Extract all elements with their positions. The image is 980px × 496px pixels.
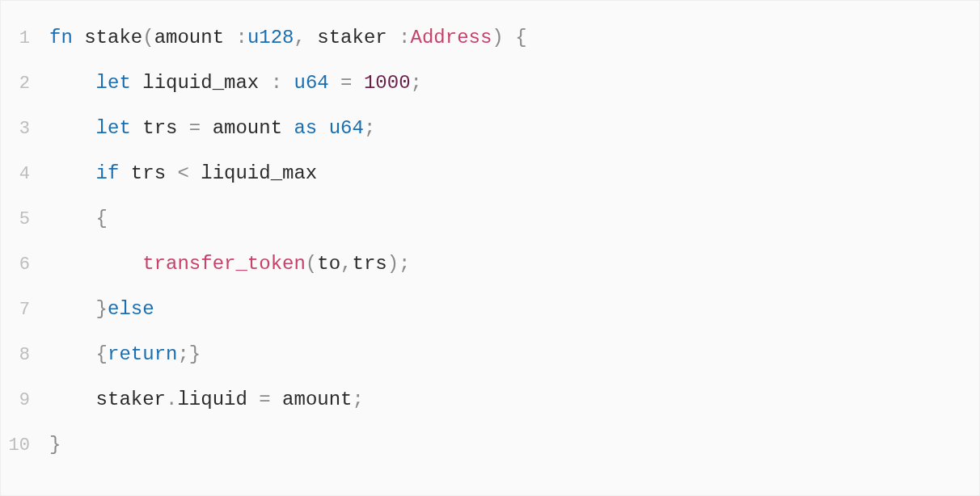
code-line: 9 staker.liquid = amount;	[1, 377, 979, 422]
code-line: 2 let liquid_max : u64 = 1000;	[1, 61, 979, 106]
token: }	[96, 298, 108, 320]
token: u64	[294, 72, 328, 94]
token: 1000	[364, 72, 411, 94]
token: amount	[154, 27, 236, 48]
token: to	[317, 253, 340, 275]
indent	[49, 298, 96, 320]
token	[282, 72, 294, 94]
token: :	[271, 72, 282, 94]
token: ;	[399, 253, 410, 275]
token: }	[189, 343, 201, 365]
token: trs	[142, 117, 189, 139]
token: <	[177, 162, 188, 184]
token: let	[96, 117, 131, 139]
token: (	[306, 253, 317, 275]
code-content: let trs = amount as u64;	[49, 106, 979, 151]
token: ;	[353, 389, 364, 410]
line-number: 5	[1, 197, 49, 242]
token: transfer_token	[142, 253, 306, 275]
code-content: staker.liquid = amount;	[49, 377, 979, 422]
token: =	[340, 72, 352, 94]
line-number: 6	[1, 242, 49, 288]
indent	[49, 208, 96, 229]
token: Address	[411, 27, 492, 48]
token: ;	[364, 117, 375, 139]
token: else	[108, 298, 154, 320]
token: staker	[306, 27, 399, 48]
token	[504, 27, 515, 48]
code-content: if trs < liquid_max	[49, 151, 979, 196]
token: fn	[49, 27, 73, 48]
token: {	[96, 208, 108, 229]
code-line: 5 {	[1, 196, 979, 242]
code-content: }	[49, 422, 979, 468]
token	[119, 162, 130, 184]
line-number: 10	[1, 423, 49, 469]
code-line: 8 {return;}	[1, 332, 979, 377]
token: staker	[96, 389, 166, 410]
indent	[49, 72, 96, 94]
token	[131, 72, 142, 94]
token: {	[96, 343, 108, 365]
token: amount	[271, 389, 353, 410]
token: =	[259, 389, 270, 410]
token: stake	[84, 27, 142, 48]
code-content: transfer_token(to,trs);	[49, 242, 979, 287]
token	[131, 117, 142, 139]
line-number: 4	[1, 152, 49, 197]
code-content: {return;}	[49, 332, 979, 377]
code-line: 10}	[1, 422, 979, 468]
token: ;	[411, 72, 422, 94]
line-number: 2	[1, 61, 49, 107]
token: trs	[352, 253, 387, 275]
token: )	[387, 253, 399, 275]
token: .	[166, 389, 177, 410]
token: }	[49, 434, 61, 456]
token: :	[235, 27, 247, 48]
token	[353, 72, 364, 94]
line-number: 3	[1, 107, 49, 152]
code-line: 6 transfer_token(to,trs);	[1, 242, 979, 287]
indent	[49, 253, 142, 275]
token: return	[108, 343, 177, 365]
line-number: 7	[1, 288, 49, 333]
token: ,	[340, 253, 352, 275]
token: u128	[247, 27, 294, 48]
indent	[49, 343, 96, 365]
token: :	[399, 27, 410, 48]
indent	[49, 117, 96, 139]
token: liquid_max	[189, 162, 317, 184]
code-content: {	[49, 196, 979, 242]
token: if	[96, 162, 120, 184]
token: u64	[329, 117, 364, 139]
token: ;	[177, 343, 188, 365]
token: trs	[131, 162, 178, 184]
code-line: 3 let trs = amount as u64;	[1, 106, 979, 151]
token: ,	[294, 27, 305, 48]
line-number: 8	[1, 333, 49, 378]
line-number: 1	[1, 16, 49, 61]
indent	[49, 162, 96, 184]
code-content: fn stake(amount :u128, staker :Address) …	[49, 15, 979, 61]
token: as	[294, 117, 317, 139]
token: (	[142, 27, 154, 48]
code-line: 7 }else	[1, 287, 979, 332]
token: liquid_max	[142, 72, 270, 94]
indent	[49, 389, 96, 410]
token	[73, 27, 84, 48]
token	[317, 117, 328, 139]
code-block: 1fn stake(amount :u128, staker :Address)…	[0, 0, 980, 496]
token: liquid	[177, 389, 259, 410]
token: amount	[201, 117, 294, 139]
token	[329, 72, 340, 94]
code-line: 4 if trs < liquid_max	[1, 151, 979, 196]
code-content: }else	[49, 287, 979, 332]
token: =	[189, 117, 201, 139]
line-number: 9	[1, 378, 49, 423]
token: )	[492, 27, 503, 48]
code-content: let liquid_max : u64 = 1000;	[49, 61, 979, 106]
code-line: 1fn stake(amount :u128, staker :Address)…	[1, 15, 979, 61]
token: let	[96, 72, 131, 94]
token: {	[515, 27, 526, 48]
